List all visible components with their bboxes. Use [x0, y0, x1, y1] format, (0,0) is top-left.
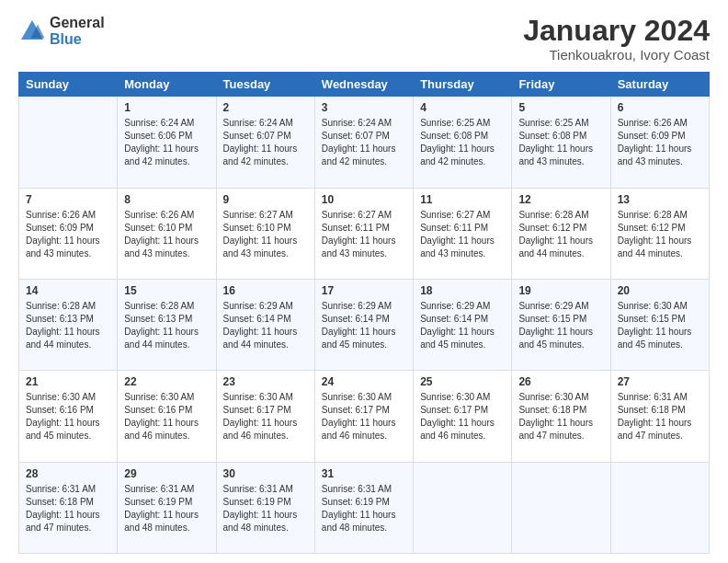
day-info: Sunrise: 6:24 AM Sunset: 6:07 PM Dayligh… [322, 117, 406, 168]
calendar-cell: 20Sunrise: 6:30 AM Sunset: 6:15 PM Dayli… [610, 279, 709, 370]
day-number: 26 [518, 374, 603, 389]
col-header-friday: Friday [512, 73, 610, 97]
calendar-cell: 24Sunrise: 6:30 AM Sunset: 6:17 PM Dayli… [314, 371, 413, 462]
week-row-1: 1Sunrise: 6:24 AM Sunset: 6:06 PM Daylig… [19, 97, 710, 188]
day-number: 8 [124, 192, 209, 207]
week-row-2: 7Sunrise: 6:26 AM Sunset: 6:09 PM Daylig… [19, 188, 710, 279]
day-number: 24 [322, 374, 406, 389]
subtitle: Tienkouakrou, Ivory Coast [523, 47, 710, 63]
day-info: Sunrise: 6:24 AM Sunset: 6:07 PM Dayligh… [223, 117, 308, 168]
calendar-cell: 22Sunrise: 6:30 AM Sunset: 6:16 PM Dayli… [118, 371, 216, 462]
col-header-tuesday: Tuesday [216, 73, 314, 97]
day-info: Sunrise: 6:26 AM Sunset: 6:10 PM Dayligh… [124, 209, 209, 260]
calendar-cell: 28Sunrise: 6:31 AM Sunset: 6:18 PM Dayli… [19, 462, 118, 553]
day-number: 27 [618, 374, 702, 389]
day-info: Sunrise: 6:25 AM Sunset: 6:08 PM Dayligh… [518, 117, 603, 168]
day-number: 20 [618, 283, 702, 298]
calendar-cell: 13Sunrise: 6:28 AM Sunset: 6:12 PM Dayli… [610, 188, 709, 279]
calendar-cell: 6Sunrise: 6:26 AM Sunset: 6:09 PM Daylig… [610, 97, 709, 188]
day-number: 21 [26, 374, 110, 389]
calendar-cell: 19Sunrise: 6:29 AM Sunset: 6:15 PM Dayli… [512, 279, 610, 370]
day-number: 5 [518, 100, 603, 115]
day-number: 14 [26, 283, 110, 298]
logo-icon [18, 17, 46, 45]
day-number: 11 [420, 192, 505, 207]
week-row-4: 21Sunrise: 6:30 AM Sunset: 6:16 PM Dayli… [19, 371, 710, 462]
col-header-sunday: Sunday [19, 73, 118, 97]
calendar-cell [414, 462, 512, 553]
day-info: Sunrise: 6:31 AM Sunset: 6:18 PM Dayligh… [26, 483, 110, 534]
day-number: 31 [322, 466, 406, 481]
calendar-cell: 27Sunrise: 6:31 AM Sunset: 6:18 PM Dayli… [610, 371, 709, 462]
day-info: Sunrise: 6:28 AM Sunset: 6:12 PM Dayligh… [618, 209, 702, 260]
calendar-cell: 2Sunrise: 6:24 AM Sunset: 6:07 PM Daylig… [216, 97, 314, 188]
calendar-cell: 9Sunrise: 6:27 AM Sunset: 6:10 PM Daylig… [216, 188, 314, 279]
day-number: 17 [322, 283, 406, 298]
day-number: 30 [223, 466, 308, 481]
calendar-cell: 30Sunrise: 6:31 AM Sunset: 6:19 PM Dayli… [216, 462, 314, 553]
day-info: Sunrise: 6:30 AM Sunset: 6:16 PM Dayligh… [26, 391, 110, 442]
day-info: Sunrise: 6:27 AM Sunset: 6:11 PM Dayligh… [420, 209, 505, 260]
calendar-cell: 25Sunrise: 6:30 AM Sunset: 6:17 PM Dayli… [414, 371, 512, 462]
day-info: Sunrise: 6:24 AM Sunset: 6:06 PM Dayligh… [124, 117, 209, 168]
calendar-cell [19, 97, 118, 188]
day-number: 4 [420, 100, 505, 115]
day-info: Sunrise: 6:29 AM Sunset: 6:15 PM Dayligh… [518, 300, 603, 351]
calendar-cell: 10Sunrise: 6:27 AM Sunset: 6:11 PM Dayli… [314, 188, 413, 279]
calendar-cell: 17Sunrise: 6:29 AM Sunset: 6:14 PM Dayli… [314, 279, 413, 370]
day-number: 12 [518, 192, 603, 207]
logo-blue-text: Blue [50, 31, 105, 48]
day-info: Sunrise: 6:31 AM Sunset: 6:19 PM Dayligh… [223, 483, 308, 534]
day-info: Sunrise: 6:31 AM Sunset: 6:18 PM Dayligh… [618, 391, 702, 442]
day-info: Sunrise: 6:26 AM Sunset: 6:09 PM Dayligh… [26, 209, 110, 260]
calendar-table: SundayMondayTuesdayWednesdayThursdayFrid… [18, 72, 710, 554]
col-header-saturday: Saturday [610, 73, 709, 97]
calendar-cell: 14Sunrise: 6:28 AM Sunset: 6:13 PM Dayli… [19, 279, 118, 370]
col-header-wednesday: Wednesday [314, 73, 413, 97]
logo: General Blue [18, 15, 105, 47]
week-row-5: 28Sunrise: 6:31 AM Sunset: 6:18 PM Dayli… [19, 462, 710, 553]
day-info: Sunrise: 6:28 AM Sunset: 6:13 PM Dayligh… [26, 300, 110, 351]
title-block: January 2024 Tienkouakrou, Ivory Coast [523, 15, 710, 63]
day-number: 18 [420, 283, 505, 298]
day-info: Sunrise: 6:29 AM Sunset: 6:14 PM Dayligh… [223, 300, 308, 351]
day-number: 3 [322, 100, 406, 115]
logo-general-text: General [50, 15, 105, 31]
day-number: 10 [322, 192, 406, 207]
logo-text: General Blue [50, 15, 105, 47]
day-number: 9 [223, 192, 308, 207]
day-info: Sunrise: 6:29 AM Sunset: 6:14 PM Dayligh… [420, 300, 505, 351]
day-info: Sunrise: 6:27 AM Sunset: 6:10 PM Dayligh… [223, 209, 308, 260]
day-number: 13 [618, 192, 702, 207]
calendar-cell: 21Sunrise: 6:30 AM Sunset: 6:16 PM Dayli… [19, 371, 118, 462]
day-info: Sunrise: 6:30 AM Sunset: 6:18 PM Dayligh… [518, 391, 603, 442]
day-info: Sunrise: 6:27 AM Sunset: 6:11 PM Dayligh… [322, 209, 406, 260]
day-number: 16 [223, 283, 308, 298]
day-number: 28 [26, 466, 110, 481]
day-number: 15 [124, 283, 209, 298]
header: General Blue January 2024 Tienkouakrou, … [18, 15, 710, 63]
calendar-cell [610, 462, 709, 553]
day-number: 1 [124, 100, 209, 115]
day-info: Sunrise: 6:26 AM Sunset: 6:09 PM Dayligh… [618, 117, 702, 168]
col-header-thursday: Thursday [414, 73, 512, 97]
calendar-cell: 8Sunrise: 6:26 AM Sunset: 6:10 PM Daylig… [118, 188, 216, 279]
calendar-cell: 23Sunrise: 6:30 AM Sunset: 6:17 PM Dayli… [216, 371, 314, 462]
week-row-3: 14Sunrise: 6:28 AM Sunset: 6:13 PM Dayli… [19, 279, 710, 370]
calendar-cell: 26Sunrise: 6:30 AM Sunset: 6:18 PM Dayli… [512, 371, 610, 462]
calendar-cell: 3Sunrise: 6:24 AM Sunset: 6:07 PM Daylig… [314, 97, 413, 188]
main-title: January 2024 [523, 15, 710, 47]
page: General Blue January 2024 Tienkouakrou, … [0, 0, 728, 563]
day-info: Sunrise: 6:28 AM Sunset: 6:13 PM Dayligh… [124, 300, 209, 351]
calendar-cell: 7Sunrise: 6:26 AM Sunset: 6:09 PM Daylig… [19, 188, 118, 279]
calendar-cell: 31Sunrise: 6:31 AM Sunset: 6:19 PM Dayli… [314, 462, 413, 553]
col-header-monday: Monday [118, 73, 216, 97]
day-number: 19 [518, 283, 603, 298]
day-info: Sunrise: 6:31 AM Sunset: 6:19 PM Dayligh… [322, 483, 406, 534]
day-info: Sunrise: 6:30 AM Sunset: 6:17 PM Dayligh… [322, 391, 406, 442]
calendar-cell: 29Sunrise: 6:31 AM Sunset: 6:19 PM Dayli… [118, 462, 216, 553]
header-row: SundayMondayTuesdayWednesdayThursdayFrid… [19, 73, 710, 97]
day-number: 6 [618, 100, 702, 115]
day-info: Sunrise: 6:25 AM Sunset: 6:08 PM Dayligh… [420, 117, 505, 168]
calendar-cell: 12Sunrise: 6:28 AM Sunset: 6:12 PM Dayli… [512, 188, 610, 279]
